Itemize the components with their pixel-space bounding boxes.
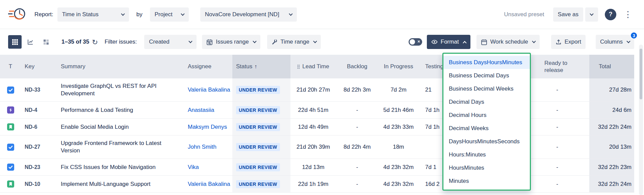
cell-type: [0, 136, 21, 159]
issues-table: T Key Summary Assignee Status ↑ Lead Tim…: [0, 55, 634, 193]
cell-lead-time: 22d 4h 51m: [290, 102, 336, 118]
cell-in-progress: 4d 23h 32m: [378, 176, 419, 192]
report-type-select[interactable]: Time in Status: [57, 7, 129, 22]
save-as-button[interactable]: Save as: [553, 7, 583, 22]
column-header-in-progress[interactable]: In Progress: [378, 55, 419, 78]
app-root: Report: Time in Status by Project NovaCo…: [0, 0, 644, 195]
column-header-ready-to-release[interactable]: Ready to release: [525, 55, 589, 78]
cell-assignee[interactable]: Anastasiia: [182, 102, 232, 118]
cell-lead-time: 12d 4h 49m: [290, 119, 336, 135]
filter-issues-label: Filter issues:: [105, 39, 137, 45]
app-logo-icon: [8, 6, 28, 23]
cell-key[interactable]: ND-27: [21, 136, 57, 159]
table-row: ND-4 Performance & Load Testing Anastasi…: [0, 102, 634, 119]
format-option[interactable]: Business DaysHoursMinutes: [443, 56, 530, 69]
close-icon: ×: [417, 39, 420, 44]
format-option[interactable]: Hours:Minutes: [443, 148, 530, 161]
export-label: Export: [565, 39, 581, 45]
cell-ready-to-release: -: [525, 136, 589, 159]
cell-key[interactable]: ND-33: [21, 78, 57, 101]
toggle-switch[interactable]: ×: [409, 38, 422, 46]
columns-button[interactable]: Columns 3: [596, 35, 634, 49]
cell-type: [0, 78, 21, 101]
column-header-assignee[interactable]: Assignee: [182, 55, 232, 78]
cell-key[interactable]: ND-23: [21, 159, 57, 175]
column-header-summary[interactable]: Summary: [57, 55, 182, 78]
eye-icon: [431, 40, 438, 44]
cell-ready-to-release: -: [525, 176, 589, 192]
format-option[interactable]: Decimal Weeks: [443, 122, 530, 135]
filter-field-value: Created: [149, 39, 169, 45]
chevron-down-icon: [253, 39, 256, 43]
cell-assignee[interactable]: Maksym Denys: [182, 119, 232, 135]
top-bar: Report: Time in Status by Project NovaCo…: [0, 0, 644, 29]
table-row: ND-23 Fix CSS Issues for Mobile Navigati…: [0, 159, 634, 176]
format-option[interactable]: DaysHoursMinutesSeconds: [443, 135, 530, 148]
task-icon: [7, 87, 14, 94]
cell-total: 32d 22h 24m: [589, 119, 634, 135]
cell-summary: Enable Social Media Login: [57, 119, 182, 135]
format-option[interactable]: Business Decimal Weeks: [443, 82, 530, 95]
view-chart-button[interactable]: [24, 35, 37, 49]
scrollbar-thumb[interactable]: [640, 49, 642, 99]
cell-status: UNDER REVIEW: [232, 159, 290, 175]
help-button[interactable]: ?: [605, 9, 616, 20]
cell-key[interactable]: ND-6: [21, 119, 57, 135]
preset-status: Unsaved preset: [504, 11, 544, 18]
cell-in-progress: 4d 23h 33m: [378, 119, 419, 135]
lead-time-header-label: Lead Time: [302, 63, 329, 70]
refresh-button[interactable]: ↻: [92, 39, 98, 46]
column-header-key[interactable]: Key: [21, 55, 57, 78]
chevron-down-icon: [121, 12, 125, 16]
column-header-status[interactable]: Status ↑: [232, 55, 290, 78]
project-select[interactable]: NovaCore Development [ND]: [200, 7, 297, 22]
by-label: by: [136, 11, 143, 18]
format-option[interactable]: Decimal Days: [443, 95, 530, 108]
cell-lead-time: 12d 13m: [290, 159, 336, 175]
filter-field-select[interactable]: Created: [144, 35, 197, 49]
cell-backlog: -: [336, 159, 378, 175]
cell-assignee[interactable]: Vika: [182, 159, 232, 175]
cell-assignee[interactable]: John Smith: [182, 136, 232, 159]
time-range-button[interactable]: Time range: [267, 35, 321, 49]
vertical-scrollbar[interactable]: [639, 45, 643, 195]
chevron-down-icon: [189, 39, 192, 43]
report-type-value: Time in Status: [62, 11, 99, 18]
column-header-total[interactable]: Total: [589, 55, 634, 78]
work-schedule-button[interactable]: Work schedule: [476, 35, 540, 49]
format-option[interactable]: Decimal Hours: [443, 108, 530, 122]
format-option[interactable]: HoursMinutes: [443, 161, 530, 174]
cell-backlog: -: [336, 119, 378, 135]
cell-lead-time: 22d 1h 19m: [290, 176, 336, 192]
format-menu: Business DaysHoursMinutes Business Decim…: [442, 53, 531, 191]
format-button[interactable]: Format: [427, 35, 470, 49]
column-header-backlog[interactable]: Backlog: [336, 55, 378, 78]
cell-in-progress: 18m: [378, 136, 419, 159]
status-badge: UNDER REVIEW: [236, 143, 280, 151]
task-icon: [7, 144, 14, 151]
format-option[interactable]: Minutes: [443, 174, 530, 188]
chevron-down-icon: [626, 39, 630, 43]
cell-assignee[interactable]: Valeriia Bakalina: [182, 78, 232, 101]
cell-key[interactable]: ND-10: [21, 176, 57, 192]
cell-ready-to-release: -: [525, 159, 589, 175]
cell-status: UNDER REVIEW: [232, 176, 290, 192]
issues-range-button[interactable]: Issues range: [202, 35, 260, 49]
save-as-dropdown-button[interactable]: [585, 7, 598, 22]
table-row: ND-27 Upgrade Frontend Framework to Late…: [0, 136, 634, 159]
overflow-menu-button[interactable]: ⋮: [624, 10, 632, 19]
chevron-down-icon: [289, 12, 292, 16]
format-option[interactable]: Business Decimal Days: [443, 69, 530, 82]
chevron-down-icon: [181, 12, 184, 16]
export-button[interactable]: Export: [551, 35, 586, 49]
chevron-down-icon: [313, 39, 317, 43]
view-table-button[interactable]: [8, 35, 22, 49]
cell-total: 32d 22h 24m: [589, 176, 634, 192]
column-header-lead-time[interactable]: Lead Time: [290, 55, 336, 78]
status-badge: UNDER REVIEW: [236, 106, 280, 114]
chevron-down-icon: [590, 12, 593, 16]
cell-assignee[interactable]: Valeriia Bakalina: [182, 176, 232, 192]
cell-key[interactable]: ND-4: [21, 102, 57, 118]
group-by-select[interactable]: Project: [150, 7, 189, 22]
view-pivot-button[interactable]: [39, 35, 53, 49]
